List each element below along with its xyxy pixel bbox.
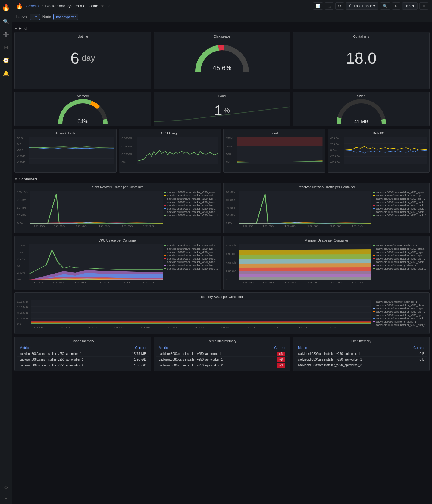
svg-text:16:35: 16:35 [114,326,123,329]
svg-text:16:55: 16:55 [221,326,230,329]
legend-item: cadvisor:8080/cars-installer_v250_back-s… [164,264,218,267]
status-badge: ∞% [277,352,285,356]
legend-item: cadvisor:8080/cars-installer_v250_api-ng… [373,191,427,194]
load-chart-title: Load [226,131,323,135]
legend-item: cadvisor:8080/cars-installer_v250_back-a… [373,201,427,204]
host-row-1: Uptime 6 day Disk space [14,32,430,89]
svg-text:16:50: 16:50 [194,326,204,329]
legend-item: cadvisor:8080/monitor_grafana_1 [373,320,427,323]
refresh-btn[interactable]: ↻ [392,2,400,10]
sidebar-logo: 🔥 [1,2,11,13]
svg-text:41 MB: 41 MB [354,119,368,124]
load-bg-chart [154,92,290,126]
received-network-title: Received Network Traffic per Container [226,185,427,189]
table-icon-btn[interactable]: ⬚ [325,2,333,10]
main-content: ▼ Host Uptime 6 day Disk space [12,22,432,376]
legend-item: cadvisor:8080/cars-installer_v250_back-h… [373,207,427,210]
plus-icon[interactable]: ➕ [2,30,10,39]
node-btn[interactable]: nodeexporter [53,14,78,20]
sent-network-title: Sent Network Traffic per Container [17,185,218,189]
uptime-panel: Uptime 6 day [14,32,151,89]
metric-cell: cadvisor:8080/cars-installer_v250_api-wo… [17,362,120,368]
legend-item: cadvisor:8080/cars-installer_v250_api-wo… [373,310,427,313]
monitor-icon-btn[interactable]: 🖥 [419,2,428,10]
legend-item: cadvisor:8080/cars-installer_v250_stream… [373,304,427,307]
table-row: cadvisor:8080/cars-installer_v250_api-wo… [17,362,149,368]
compass-icon[interactable]: 🧭 [2,56,10,64]
share-icon[interactable]: ⇗ [108,4,111,8]
svg-rect-17 [344,137,427,164]
svg-text:17:00: 17:00 [330,281,342,284]
svg-marker-79 [31,321,371,321]
svg-text:16:30: 16:30 [53,225,65,227]
interval-btn[interactable]: 5m [30,14,40,20]
disk-io-title: Disk I/O [330,131,427,135]
host-section-title: Host [19,26,27,31]
memory-panel: Memory 64% [14,92,151,126]
toolbar: Interval 5m Node nodeexporter [12,12,432,22]
refresh-interval[interactable]: 10s ▾ [402,2,418,10]
memory-swap-panel: Memory Swap per Container 19.1 MiB 14.3 … [14,292,430,334]
svg-text:16:50: 16:50 [97,281,109,284]
legend-item: cadvisor:8080/cars-installer_v250_back-d… [373,204,427,207]
disk-io-chart [344,137,427,164]
legend-item: cadvisor:8080/cars-installer_v250_api-wo… [373,314,427,317]
table-row: cadvisor:8080/cars-installer_v250_api-ng… [156,351,288,357]
legend-item: cadvisor:8080/cars-installer_v250_api-wo… [373,257,427,260]
grid-icon[interactable]: ⊞ [3,43,9,52]
usage-memory-table-panel: Usage memory Metric ↑ Current cadvisor:8… [14,337,151,371]
legend-item: cadvisor:8080/cars-installer_v250_psql_1 [373,267,427,270]
metric-cell: cadvisor:8080/cars-installer_v250_api-wo… [296,362,402,368]
limit-memory-table-panel: Limit memory Metric Current cadvisor:808… [293,337,430,371]
containers-collapse-arrow[interactable]: ▼ [14,177,17,181]
svg-text:64%: 64% [77,118,88,124]
svg-rect-14 [237,137,323,146]
search-icon[interactable]: 🔍 [2,17,10,26]
breadcrumb-general[interactable]: General [26,4,39,8]
bell-icon[interactable]: 🔔 [2,69,10,77]
legend-item: cadvisor:8080/cars-installer_v250_api-wo… [164,251,218,254]
metric-cell: cadvisor:8080/cars-installer_v250_api-wo… [156,357,263,362]
star-icon[interactable]: ★ [101,4,104,8]
legend-item: cadvisor:8080/cars-installer_v250_back-a… [164,201,218,204]
table-row: cadvisor:8080/cars-installer_v250_api-wo… [296,357,427,362]
svg-text:16:50: 16:50 [307,225,318,227]
legend-item: cadvisor:8080/cars-installer_v250_api-wo… [373,194,427,197]
status-badge: ∞% [277,363,285,368]
topbar-logo: 🔥 [16,2,23,10]
chart-icon-btn[interactable]: 📊 [313,2,323,10]
svg-text:16:45: 16:45 [167,326,177,329]
svg-rect-31 [239,191,371,224]
legend-item: cadvisor:8080/monitor_cadvisor_1 [373,244,427,247]
legend-item: cadvisor:8080/cars-installer_v250_api-ng… [164,244,218,247]
zoom-out-btn[interactable]: 🔍 [380,2,390,10]
network-chart [29,137,114,164]
sent-network-chart-area: 100 kB/s 75 kB/s 50 kB/s 25 kB/s 0 B/s [17,191,218,231]
host-section-header: ▼ Host [14,24,430,32]
svg-marker-78 [31,321,371,322]
settings-icon-btn[interactable]: ⚙ [335,2,344,10]
legend-item: cadvisor:8080/cars-installer_v250_back-d… [164,204,218,207]
tables-row: Usage memory Metric ↑ Current cadvisor:8… [14,337,430,371]
memory-per-container-legend: cadvisor:8080/monitor_cadvisor_1cadvisor… [373,244,427,287]
load-panel: Load 1 % [154,92,290,126]
memory-per-container-svg: 16:20 16:30 16:40 16:50 17:00 17:10 [239,244,371,286]
svg-marker-63 [239,277,371,280]
legend-item: cadvisor:8080/cars-installer_v250_back-h… [373,317,427,320]
disk-space-panel: Disk space 45.6% [154,32,290,89]
host-collapse-arrow[interactable]: ▼ [14,27,17,30]
interval-label: Interval [16,15,27,19]
svg-text:16:40: 16:40 [74,281,86,284]
svg-text:17:15: 17:15 [328,326,337,329]
legend-item: cadvisor:8080/cars-installer_v250_back-h… [373,261,427,264]
legend-item: cadvisor:8080/cars-installer_v250_api-wo… [373,254,427,257]
limit-memory-label: Limit memory [296,339,427,343]
legend-item: cadvisor:8080/monitor_cadvisor_1 [373,300,427,303]
memory-swap-title: Memory Swap per Container [17,295,427,299]
cpu-per-container-chart: 12.5% 10% 7.50% 5% 2.50% 0% [17,244,218,287]
usage-metric-header: Metric ↑ [17,345,120,351]
time-range-picker[interactable]: ⏱ Last 1 hour ▾ [346,2,378,10]
current-cell: 1.96 GB [120,362,149,368]
usage-memory-table: Metric ↑ Current cadvisor:8080/cars-inst… [17,345,149,368]
limit-current-header: Current [402,345,427,351]
